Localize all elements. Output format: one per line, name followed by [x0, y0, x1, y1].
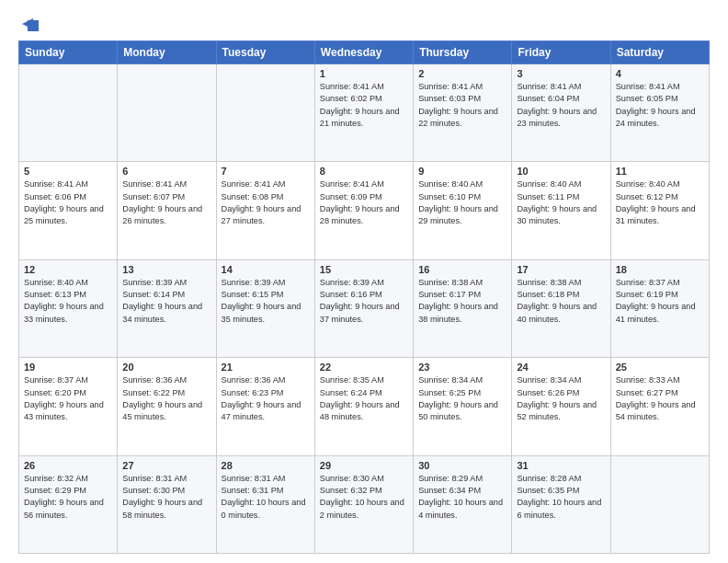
logo-icon [20, 17, 40, 37]
day-info: Sunrise: 8:34 AM Sunset: 6:26 PM Dayligh… [517, 374, 605, 423]
day-info: Sunrise: 8:40 AM Sunset: 6:10 PM Dayligh… [418, 178, 506, 227]
day-info: Sunrise: 8:38 AM Sunset: 6:17 PM Dayligh… [418, 277, 506, 326]
day-number: 5 [24, 166, 112, 177]
day-info: Sunrise: 8:36 AM Sunset: 6:22 PM Dayligh… [122, 374, 210, 423]
calendar-cell: 31Sunrise: 8:28 AM Sunset: 6:35 PM Dayli… [512, 455, 610, 553]
calendar-cell: 5Sunrise: 8:41 AM Sunset: 6:06 PM Daylig… [19, 162, 118, 259]
day-number: 15 [320, 264, 408, 275]
day-info: Sunrise: 8:35 AM Sunset: 6:24 PM Dayligh… [320, 374, 408, 423]
calendar-cell [118, 64, 216, 162]
day-number: 7 [222, 166, 310, 177]
calendar-cell [19, 64, 118, 162]
calendar-cell: 14Sunrise: 8:39 AM Sunset: 6:15 PM Dayli… [216, 259, 314, 357]
day-number: 18 [616, 264, 704, 275]
calendar-cell: 3Sunrise: 8:41 AM Sunset: 6:04 PM Daylig… [512, 64, 610, 162]
day-number: 24 [517, 362, 605, 373]
calendar-cell: 15Sunrise: 8:39 AM Sunset: 6:16 PM Dayli… [314, 259, 413, 357]
calendar-cell: 22Sunrise: 8:35 AM Sunset: 6:24 PM Dayli… [314, 358, 413, 455]
day-info: Sunrise: 8:41 AM Sunset: 6:07 PM Dayligh… [122, 178, 210, 227]
day-info: Sunrise: 8:39 AM Sunset: 6:14 PM Dayligh… [122, 277, 210, 326]
calendar-table: SundayMondayTuesdayWednesdayThursdayFrid… [18, 40, 710, 554]
calendar-cell: 27Sunrise: 8:31 AM Sunset: 6:30 PM Dayli… [118, 455, 216, 553]
calendar-cell: 7Sunrise: 8:41 AM Sunset: 6:08 PM Daylig… [216, 162, 314, 259]
day-info: Sunrise: 8:39 AM Sunset: 6:15 PM Dayligh… [222, 277, 310, 326]
day-number: 21 [222, 362, 310, 373]
calendar-cell: 18Sunrise: 8:37 AM Sunset: 6:19 PM Dayli… [610, 259, 709, 357]
day-info: Sunrise: 8:33 AM Sunset: 6:27 PM Dayligh… [616, 374, 704, 423]
day-info: Sunrise: 8:38 AM Sunset: 6:18 PM Dayligh… [517, 277, 605, 326]
calendar-cell: 10Sunrise: 8:40 AM Sunset: 6:11 PM Dayli… [512, 162, 610, 259]
day-number: 22 [320, 362, 408, 373]
day-info: Sunrise: 8:41 AM Sunset: 6:05 PM Dayligh… [616, 81, 704, 130]
day-number: 13 [122, 264, 210, 275]
day-header-sunday: Sunday [19, 41, 118, 64]
day-number: 3 [517, 68, 605, 79]
day-info: Sunrise: 8:28 AM Sunset: 6:35 PM Dayligh… [517, 473, 605, 522]
day-number: 26 [24, 460, 112, 471]
day-info: Sunrise: 8:30 AM Sunset: 6:32 PM Dayligh… [320, 473, 408, 522]
day-number: 30 [418, 460, 506, 471]
day-header-wednesday: Wednesday [314, 41, 413, 64]
day-info: Sunrise: 8:41 AM Sunset: 6:04 PM Dayligh… [517, 81, 605, 130]
calendar-cell: 17Sunrise: 8:38 AM Sunset: 6:18 PM Dayli… [512, 259, 610, 357]
calendar-cell: 2Sunrise: 8:41 AM Sunset: 6:03 PM Daylig… [414, 64, 512, 162]
day-header-tuesday: Tuesday [216, 41, 314, 64]
day-info: Sunrise: 8:41 AM Sunset: 6:03 PM Dayligh… [418, 81, 506, 130]
calendar-cell: 25Sunrise: 8:33 AM Sunset: 6:27 PM Dayli… [610, 358, 709, 455]
calendar-cell: 19Sunrise: 8:37 AM Sunset: 6:20 PM Dayli… [19, 358, 118, 455]
day-info: Sunrise: 8:34 AM Sunset: 6:25 PM Dayligh… [418, 374, 506, 423]
calendar-cell: 30Sunrise: 8:29 AM Sunset: 6:34 PM Dayli… [414, 455, 512, 553]
day-info: Sunrise: 8:39 AM Sunset: 6:16 PM Dayligh… [320, 277, 408, 326]
calendar-cell: 28Sunrise: 8:31 AM Sunset: 6:31 PM Dayli… [216, 455, 314, 553]
day-number: 9 [418, 166, 506, 177]
day-info: Sunrise: 8:40 AM Sunset: 6:11 PM Dayligh… [517, 178, 605, 227]
day-info: Sunrise: 8:40 AM Sunset: 6:12 PM Dayligh… [616, 178, 704, 227]
day-number: 12 [24, 264, 112, 275]
day-info: Sunrise: 8:37 AM Sunset: 6:20 PM Dayligh… [24, 374, 112, 423]
day-header-saturday: Saturday [610, 41, 709, 64]
day-number: 25 [616, 362, 704, 373]
day-info: Sunrise: 8:31 AM Sunset: 6:31 PM Dayligh… [222, 473, 310, 522]
calendar-cell: 23Sunrise: 8:34 AM Sunset: 6:25 PM Dayli… [414, 358, 512, 455]
day-header-monday: Monday [118, 41, 216, 64]
day-number: 31 [517, 460, 605, 471]
day-number: 28 [222, 460, 310, 471]
day-info: Sunrise: 8:41 AM Sunset: 6:06 PM Dayligh… [24, 178, 112, 227]
day-number: 20 [122, 362, 210, 373]
day-number: 10 [517, 166, 605, 177]
day-header-friday: Friday [512, 41, 610, 64]
day-info: Sunrise: 8:40 AM Sunset: 6:13 PM Dayligh… [24, 277, 112, 326]
day-number: 29 [320, 460, 408, 471]
calendar-cell: 13Sunrise: 8:39 AM Sunset: 6:14 PM Dayli… [118, 259, 216, 357]
day-info: Sunrise: 8:31 AM Sunset: 6:30 PM Dayligh… [122, 473, 210, 522]
day-number: 27 [122, 460, 210, 471]
day-number: 14 [222, 264, 310, 275]
calendar-cell: 16Sunrise: 8:38 AM Sunset: 6:17 PM Dayli… [414, 259, 512, 357]
day-number: 16 [418, 264, 506, 275]
calendar-cell [216, 64, 314, 162]
calendar-cell: 21Sunrise: 8:36 AM Sunset: 6:23 PM Dayli… [216, 358, 314, 455]
calendar-cell [610, 455, 709, 553]
calendar-cell: 29Sunrise: 8:30 AM Sunset: 6:32 PM Dayli… [314, 455, 413, 553]
day-number: 19 [24, 362, 112, 373]
calendar-cell: 1Sunrise: 8:41 AM Sunset: 6:02 PM Daylig… [314, 64, 413, 162]
day-info: Sunrise: 8:37 AM Sunset: 6:19 PM Dayligh… [616, 277, 704, 326]
day-info: Sunrise: 8:29 AM Sunset: 6:34 PM Dayligh… [418, 473, 506, 522]
day-info: Sunrise: 8:36 AM Sunset: 6:23 PM Dayligh… [222, 374, 310, 423]
day-number: 6 [122, 166, 210, 177]
day-number: 8 [320, 166, 408, 177]
calendar-cell: 11Sunrise: 8:40 AM Sunset: 6:12 PM Dayli… [610, 162, 709, 259]
day-number: 17 [517, 264, 605, 275]
calendar-cell: 6Sunrise: 8:41 AM Sunset: 6:07 PM Daylig… [118, 162, 216, 259]
day-number: 23 [418, 362, 506, 373]
day-header-thursday: Thursday [414, 41, 512, 64]
calendar-cell: 4Sunrise: 8:41 AM Sunset: 6:05 PM Daylig… [610, 64, 709, 162]
day-number: 4 [616, 68, 704, 79]
logo [18, 17, 40, 33]
calendar-cell: 24Sunrise: 8:34 AM Sunset: 6:26 PM Dayli… [512, 358, 610, 455]
calendar-cell: 12Sunrise: 8:40 AM Sunset: 6:13 PM Dayli… [19, 259, 118, 357]
day-info: Sunrise: 8:32 AM Sunset: 6:29 PM Dayligh… [24, 473, 112, 522]
day-info: Sunrise: 8:41 AM Sunset: 6:08 PM Dayligh… [222, 178, 310, 227]
day-number: 2 [418, 68, 506, 79]
calendar-cell: 9Sunrise: 8:40 AM Sunset: 6:10 PM Daylig… [414, 162, 512, 259]
